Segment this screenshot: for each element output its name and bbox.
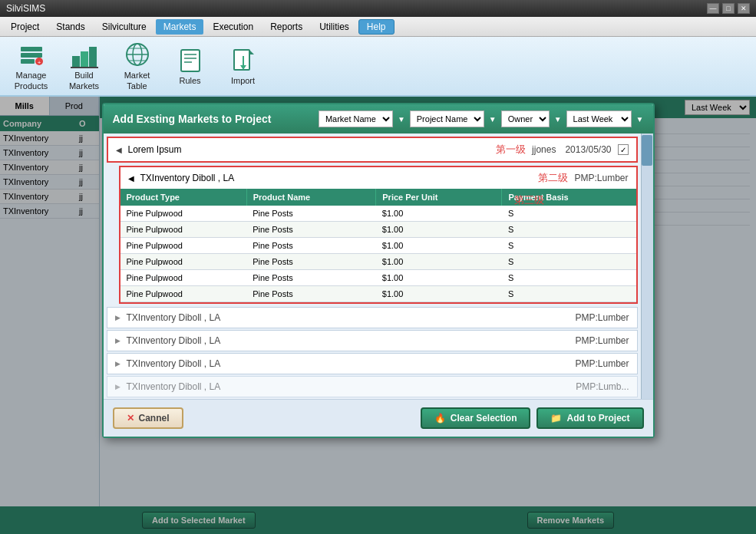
filter-arrow-market: ▼ bbox=[398, 115, 405, 124]
manage-products-label: Manage Products bbox=[15, 70, 48, 92]
inner-table-wrapper: 第三级 Product Type Product Name Price Per … bbox=[120, 189, 636, 302]
cell-product-type: Pine Pulpwood bbox=[120, 254, 247, 270]
add-label: Add to Project bbox=[566, 413, 629, 424]
main-content: Mills Prod Company O TXInventory jj TXIn… bbox=[0, 97, 756, 534]
table-row[interactable]: Pine Pulpwood Pine Posts $1.00 S bbox=[120, 206, 636, 222]
menu-bar: Project Stands Silviculture Markets Exec… bbox=[0, 17, 756, 37]
menu-project[interactable]: Project bbox=[3, 19, 47, 35]
footer-right-buttons: 🔥 Clear Selection 📁 Add to Project bbox=[421, 407, 644, 429]
svg-rect-1 bbox=[21, 53, 42, 58]
cell-product-name: Pine Posts bbox=[246, 254, 376, 270]
level1-row[interactable]: ◀ Lorem Ipsum 第一级 jjones 2013/05/30 ✓ bbox=[107, 137, 638, 163]
modal-scroll-thumb[interactable] bbox=[642, 135, 652, 166]
svg-rect-8 bbox=[71, 67, 98, 68]
level2-chinese-label: 第二级 bbox=[538, 171, 568, 185]
manage-products-button[interactable]: + Manage Products bbox=[6, 40, 56, 92]
svg-text:+: + bbox=[37, 59, 41, 66]
level1-date: 2013/05/30 bbox=[565, 144, 611, 155]
modal-title: Add Exsting Markets to Project bbox=[113, 113, 272, 125]
add-icon: 📁 bbox=[550, 413, 562, 424]
svg-rect-7 bbox=[89, 47, 97, 67]
title-bar: SilviSIMS — □ ✕ bbox=[0, 0, 756, 17]
manage-products-icon: + bbox=[18, 41, 45, 68]
add-to-project-button[interactable]: 📁 Add to Project bbox=[536, 407, 643, 429]
table-row[interactable]: Pine Pulpwood Pine Posts $1.00 S bbox=[120, 238, 636, 254]
cell-price: $1.00 bbox=[376, 270, 502, 286]
level2-collapse-arrow: ◀ bbox=[128, 174, 134, 183]
collapsed-name: TXInventory Diboll , LA bbox=[127, 381, 576, 392]
table-row[interactable]: Pine Pulpwood Pine Posts $1.00 S bbox=[120, 286, 636, 302]
menu-help[interactable]: Help bbox=[358, 19, 395, 35]
col-price: Price Per Unit bbox=[376, 189, 502, 206]
cell-price: $1.00 bbox=[376, 222, 502, 238]
cell-product-name: Pine Posts bbox=[246, 206, 376, 222]
market-table-icon bbox=[124, 41, 151, 68]
menu-reports[interactable]: Reports bbox=[262, 19, 310, 35]
collapsed-row[interactable]: ▶ TXInventory Diboll , LA PMP:Lumber bbox=[107, 330, 638, 351]
cell-basis: S bbox=[502, 254, 636, 270]
collapsed-product: PMP:Lumber bbox=[575, 312, 629, 323]
cell-product-type: Pine Pulpwood bbox=[120, 222, 247, 238]
level1-checkbox[interactable]: ✓ bbox=[618, 144, 629, 155]
table-row[interactable]: Pine Pulpwood Pine Posts $1.00 S bbox=[120, 222, 636, 238]
table-row[interactable]: Pine Pulpwood Pine Posts $1.00 S bbox=[120, 270, 636, 286]
toolbar: + Manage Products Build Markets Mar bbox=[0, 37, 756, 97]
inner-table: Product Type Product Name Price Per Unit… bbox=[120, 189, 636, 302]
clear-selection-button[interactable]: 🔥 Clear Selection bbox=[421, 407, 531, 429]
svg-rect-6 bbox=[81, 51, 88, 67]
cell-product-name: Pine Posts bbox=[246, 286, 376, 302]
col-product-type: Product Type bbox=[120, 189, 247, 206]
table-row[interactable]: Pine Pulpwood Pine Posts $1.00 S bbox=[120, 254, 636, 270]
svg-rect-2 bbox=[21, 59, 35, 64]
collapsed-name: TXInventory Diboll , LA bbox=[127, 358, 576, 369]
date-range-filter[interactable]: Last Week This Week This Month All bbox=[566, 110, 632, 127]
cell-basis: S bbox=[502, 238, 636, 254]
close-button[interactable]: ✕ bbox=[738, 3, 750, 14]
cell-price: $1.00 bbox=[376, 254, 502, 270]
modal-scrollbar[interactable] bbox=[641, 134, 653, 399]
cell-product-type: Pine Pulpwood bbox=[120, 238, 247, 254]
level1-chinese-label: 第一级 bbox=[496, 143, 526, 157]
collapsed-name: TXInventory Diboll , LA bbox=[127, 312, 576, 323]
minimize-button[interactable]: — bbox=[707, 3, 719, 14]
collapsed-arrow: ▶ bbox=[115, 314, 120, 321]
level1-collapse-arrow: ◀ bbox=[116, 146, 122, 154]
menu-markets[interactable]: Markets bbox=[156, 19, 204, 35]
collapsed-row-partial[interactable]: ▶ TXInventory Diboll , LA PMP:Lumb... bbox=[107, 376, 638, 397]
collapsed-row[interactable]: ▶ TXInventory Diboll , LA PMP:Lumber bbox=[107, 353, 638, 374]
import-label: Import bbox=[231, 76, 255, 85]
cancel-label: Cannel bbox=[139, 413, 170, 424]
collapsed-arrow: ▶ bbox=[115, 360, 120, 368]
app-title: SilviSIMS bbox=[6, 3, 45, 14]
restore-button[interactable]: □ bbox=[722, 3, 735, 14]
window-controls: — □ ✕ bbox=[707, 3, 750, 14]
project-name-filter[interactable]: Project Name bbox=[410, 110, 484, 127]
rules-button[interactable]: Rules bbox=[165, 40, 215, 92]
collapsed-arrow: ▶ bbox=[115, 337, 120, 344]
menu-stands[interactable]: Stands bbox=[48, 19, 92, 35]
menu-execution[interactable]: Execution bbox=[205, 19, 261, 35]
clear-label: Clear Selection bbox=[451, 413, 517, 424]
collapsed-arrow: ▶ bbox=[115, 383, 120, 391]
svg-rect-14 bbox=[181, 50, 200, 71]
cancel-button[interactable]: ✕ Cannel bbox=[113, 407, 183, 429]
collapsed-row[interactable]: ▶ TXInventory Diboll , LA PMP:Lumber bbox=[107, 307, 638, 328]
level2-header[interactable]: ◀ TXInventory Diboll , LA 第二级 PMP:Lumber bbox=[120, 167, 636, 189]
menu-silviculture[interactable]: Silviculture bbox=[94, 19, 154, 35]
modal-filters: Market Name ▼ Project Name ▼ Owner ▼ Las… bbox=[319, 110, 644, 127]
level3-chinese-label: 第三级 bbox=[514, 193, 544, 207]
market-name-filter[interactable]: Market Name bbox=[319, 110, 393, 127]
svg-rect-5 bbox=[72, 56, 80, 67]
rules-label: Rules bbox=[179, 76, 200, 85]
cancel-icon: ✕ bbox=[127, 413, 134, 424]
add-markets-modal: Add Exsting Markets to Project Market Na… bbox=[102, 103, 655, 438]
menu-utilities[interactable]: Utilities bbox=[312, 19, 357, 35]
level2-product: PMP:Lumber bbox=[574, 173, 628, 183]
owner-filter[interactable]: Owner bbox=[501, 110, 550, 127]
import-button[interactable]: Import bbox=[218, 40, 268, 92]
cell-product-type: Pine Pulpwood bbox=[120, 270, 247, 286]
level1-name: Lorem Ipsum bbox=[128, 144, 490, 155]
level2-section: ◀ TXInventory Diboll , LA 第二级 PMP:Lumber… bbox=[119, 166, 638, 304]
market-table-button[interactable]: Market Table bbox=[112, 40, 162, 92]
build-markets-button[interactable]: Build Markets bbox=[59, 40, 109, 92]
